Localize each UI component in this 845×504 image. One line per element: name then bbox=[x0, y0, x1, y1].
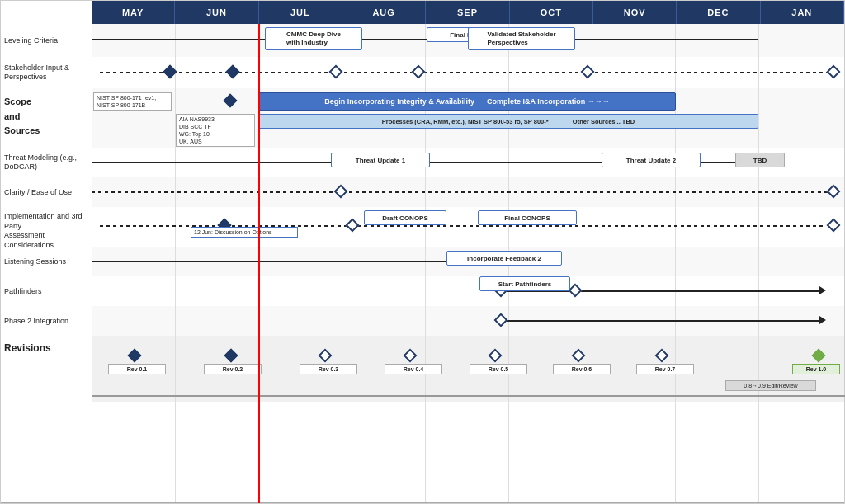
label-scope: ScopeandSources bbox=[1, 88, 92, 148]
month-jul: JUL bbox=[259, 1, 342, 24]
scope-light-bar: Processes (CRA, RMM, etc.), NIST SP 800-… bbox=[258, 114, 758, 129]
month-dec: DEC bbox=[677, 1, 760, 24]
label-stakeholder: Stakeholder Input & Perspectives bbox=[1, 57, 92, 88]
grid-area: Final Leveling Criteria CMMC Deep Divewi… bbox=[92, 24, 844, 503]
scope-aia-box: AIA NAS9933DIB SCC TFWG: Top 10UK, AUS bbox=[176, 114, 255, 147]
final-conops-bar: Final CONOPS bbox=[478, 210, 577, 225]
month-aug: AUG bbox=[342, 1, 426, 24]
rev02-box: Rev 0.2 bbox=[204, 364, 262, 374]
gantt-chart: MAY JUN JUL AUG SEP OCT NOV DEC JAN bbox=[0, 0, 845, 504]
phase2-arrow-line bbox=[496, 320, 822, 322]
clarity-line bbox=[92, 191, 830, 193]
month-nov: NOV bbox=[593, 1, 677, 24]
label-leveling: Leveling Criteria bbox=[1, 24, 92, 57]
rev-edit-review-box: 0.8→0.9 Edit/Review bbox=[725, 380, 816, 391]
month-may: MAY bbox=[92, 1, 175, 24]
validated-stakeholder-bar: Validated StakeholderPerspectives bbox=[468, 27, 575, 50]
pathfinders-arrow-head bbox=[819, 286, 826, 294]
rev01-box: Rev 0.1 bbox=[108, 364, 166, 374]
rev03-box: Rev 0.3 bbox=[300, 364, 357, 374]
draft-conops-bar: Draft CONOPS bbox=[364, 210, 446, 225]
jun-discussion-box: 12 Jun: Discussion on Options bbox=[191, 227, 298, 238]
scope-nist-box: NIST SP 800-171 rev1,NIST SP 800-171B bbox=[93, 92, 172, 111]
cmmc-deepdive-bar: CMMC Deep Divewith Industry bbox=[265, 27, 362, 50]
current-date-line bbox=[258, 24, 260, 503]
rev06-box: Rev 0.6 bbox=[553, 364, 611, 374]
label-revisions: Revisions bbox=[1, 336, 92, 402]
label-phase2: Phase 2 Integration bbox=[1, 306, 92, 336]
header-row: MAY JUN JUL AUG SEP OCT NOV DEC JAN bbox=[92, 1, 844, 24]
scope-blue-bar: Begin Incorporating Integrity & Availabi… bbox=[258, 92, 676, 111]
rev10-box: Rev 1.0 bbox=[792, 364, 840, 374]
rev05-box: Rev 0.5 bbox=[470, 364, 527, 374]
month-oct: OCT bbox=[510, 1, 593, 24]
leveling-line bbox=[92, 39, 758, 40]
label-clarity: Clarity / Ease of Use bbox=[1, 177, 92, 207]
month-jan: JAN bbox=[761, 1, 844, 24]
label-implementation: Implementation and 3rd PartyAssessment C… bbox=[1, 207, 92, 247]
threat-update1-bar: Threat Update 1 bbox=[331, 153, 430, 167]
revisions-baseline bbox=[92, 395, 845, 397]
label-listening: Listening Sessions bbox=[1, 247, 92, 276]
month-jun: JUN bbox=[175, 1, 258, 24]
phase2-arrow-head bbox=[819, 316, 826, 324]
incorporate-feedback-bar: Incorporate Feedback 2 bbox=[446, 251, 562, 266]
start-pathfinders-bar: Start Pathfinders bbox=[479, 276, 570, 291]
threat-update2-bar: Threat Update 2 bbox=[602, 153, 701, 167]
rev04-box: Rev 0.4 bbox=[385, 364, 442, 374]
label-threat: Threat Modeling (e.g., DoDCAR) bbox=[1, 148, 92, 177]
stakeholder-line bbox=[100, 72, 834, 73]
month-sep: SEP bbox=[426, 1, 509, 24]
rev07-box: Rev 0.7 bbox=[636, 364, 694, 374]
label-pathfinders: Pathfinders bbox=[1, 276, 92, 306]
threat-tbd-bar: TBD bbox=[735, 153, 785, 167]
